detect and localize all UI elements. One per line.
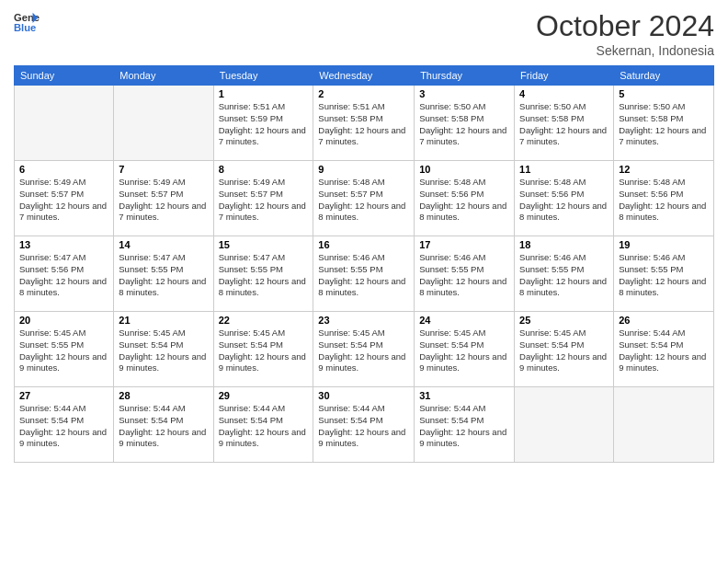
calendar-cell-w5-d4: 30Sunrise: 5:44 AM Sunset: 5:54 PM Dayli… (313, 387, 415, 463)
calendar-table: Sunday Monday Tuesday Wednesday Thursday… (14, 65, 714, 463)
calendar-cell-w2-d3: 8Sunrise: 5:49 AM Sunset: 5:57 PM Daylig… (213, 161, 313, 236)
cell-info: Sunrise: 5:44 AM Sunset: 5:54 PM Dayligh… (619, 327, 709, 374)
calendar-cell-w1-d4: 2Sunrise: 5:51 AM Sunset: 5:58 PM Daylig… (313, 86, 415, 161)
calendar-cell-w4-d1: 20Sunrise: 5:45 AM Sunset: 5:55 PM Dayli… (15, 312, 114, 387)
cell-info: Sunrise: 5:45 AM Sunset: 5:54 PM Dayligh… (318, 327, 409, 374)
day-number: 4 (519, 88, 609, 99)
calendar-cell-w5-d3: 29Sunrise: 5:44 AM Sunset: 5:54 PM Dayli… (213, 387, 313, 463)
col-wednesday: Wednesday (313, 66, 415, 86)
cell-info: Sunrise: 5:50 AM Sunset: 5:58 PM Dayligh… (619, 101, 709, 148)
cell-info: Sunrise: 5:44 AM Sunset: 5:54 PM Dayligh… (318, 403, 409, 450)
col-monday: Monday (114, 66, 213, 86)
calendar-cell-w2-d1: 6Sunrise: 5:49 AM Sunset: 5:57 PM Daylig… (15, 161, 114, 236)
calendar-cell-w3-d1: 13Sunrise: 5:47 AM Sunset: 5:56 PM Dayli… (15, 236, 114, 312)
calendar-cell-w3-d3: 15Sunrise: 5:47 AM Sunset: 5:55 PM Dayli… (213, 236, 313, 312)
day-number: 19 (619, 239, 709, 250)
day-number: 29 (219, 390, 309, 401)
calendar-cell-w1-d1 (15, 86, 114, 161)
day-number: 26 (619, 315, 709, 326)
col-tuesday: Tuesday (213, 66, 313, 86)
cell-info: Sunrise: 5:46 AM Sunset: 5:55 PM Dayligh… (419, 252, 509, 299)
col-thursday: Thursday (415, 66, 515, 86)
cell-info: Sunrise: 5:48 AM Sunset: 5:56 PM Dayligh… (519, 177, 609, 224)
cell-info: Sunrise: 5:46 AM Sunset: 5:55 PM Dayligh… (318, 252, 409, 299)
svg-text:Blue: Blue (14, 22, 36, 33)
day-number: 3 (419, 88, 509, 99)
calendar-cell-w1-d3: 1Sunrise: 5:51 AM Sunset: 5:59 PM Daylig… (213, 86, 313, 161)
calendar-cell-w4-d4: 23Sunrise: 5:45 AM Sunset: 5:54 PM Dayli… (313, 312, 415, 387)
calendar-header-row: Sunday Monday Tuesday Wednesday Thursday… (15, 66, 714, 86)
logo-icon: General Blue (14, 9, 40, 35)
week-row-2: 6Sunrise: 5:49 AM Sunset: 5:57 PM Daylig… (15, 161, 714, 236)
calendar-cell-w5-d2: 28Sunrise: 5:44 AM Sunset: 5:54 PM Dayli… (114, 387, 213, 463)
cell-info: Sunrise: 5:48 AM Sunset: 5:56 PM Dayligh… (419, 177, 509, 224)
cell-info: Sunrise: 5:46 AM Sunset: 5:55 PM Dayligh… (519, 252, 609, 299)
day-number: 31 (419, 390, 509, 401)
day-number: 25 (519, 315, 609, 326)
calendar-cell-w3-d4: 16Sunrise: 5:46 AM Sunset: 5:55 PM Dayli… (313, 236, 415, 312)
calendar-cell-w1-d7: 5Sunrise: 5:50 AM Sunset: 5:58 PM Daylig… (614, 86, 714, 161)
calendar-cell-w3-d2: 14Sunrise: 5:47 AM Sunset: 5:55 PM Dayli… (114, 236, 213, 312)
calendar-cell-w4-d3: 22Sunrise: 5:45 AM Sunset: 5:54 PM Dayli… (213, 312, 313, 387)
day-number: 23 (318, 315, 409, 326)
cell-info: Sunrise: 5:45 AM Sunset: 5:54 PM Dayligh… (519, 327, 609, 374)
cell-info: Sunrise: 5:44 AM Sunset: 5:54 PM Dayligh… (119, 403, 208, 450)
day-number: 17 (419, 239, 509, 250)
col-sunday: Sunday (15, 66, 114, 86)
calendar-cell-w2-d5: 10Sunrise: 5:48 AM Sunset: 5:56 PM Dayli… (415, 161, 515, 236)
page-container: General Blue October 2024 Sekernan, Indo… (0, 0, 728, 563)
cell-info: Sunrise: 5:50 AM Sunset: 5:58 PM Dayligh… (519, 101, 609, 148)
cell-info: Sunrise: 5:47 AM Sunset: 5:55 PM Dayligh… (119, 252, 208, 299)
calendar-cell-w5-d6 (515, 387, 614, 463)
calendar-cell-w1-d2 (114, 86, 213, 161)
calendar-cell-w4-d7: 26Sunrise: 5:44 AM Sunset: 5:54 PM Dayli… (614, 312, 714, 387)
calendar-cell-w2-d7: 12Sunrise: 5:48 AM Sunset: 5:56 PM Dayli… (614, 161, 714, 236)
cell-info: Sunrise: 5:45 AM Sunset: 5:55 PM Dayligh… (19, 327, 108, 374)
calendar-cell-w1-d6: 4Sunrise: 5:50 AM Sunset: 5:58 PM Daylig… (515, 86, 614, 161)
day-number: 21 (119, 315, 208, 326)
day-number: 11 (519, 164, 609, 175)
cell-info: Sunrise: 5:47 AM Sunset: 5:56 PM Dayligh… (19, 252, 108, 299)
cell-info: Sunrise: 5:50 AM Sunset: 5:58 PM Dayligh… (419, 101, 509, 148)
cell-info: Sunrise: 5:46 AM Sunset: 5:55 PM Dayligh… (619, 252, 709, 299)
calendar-cell-w4-d2: 21Sunrise: 5:45 AM Sunset: 5:54 PM Dayli… (114, 312, 213, 387)
cell-info: Sunrise: 5:44 AM Sunset: 5:54 PM Dayligh… (219, 403, 309, 450)
day-number: 27 (19, 390, 108, 401)
day-number: 13 (19, 239, 108, 250)
cell-info: Sunrise: 5:49 AM Sunset: 5:57 PM Dayligh… (19, 177, 108, 224)
calendar-cell-w2-d6: 11Sunrise: 5:48 AM Sunset: 5:56 PM Dayli… (515, 161, 614, 236)
cell-info: Sunrise: 5:48 AM Sunset: 5:56 PM Dayligh… (619, 177, 709, 224)
title-block: October 2024 Sekernan, Indonesia (536, 9, 714, 58)
day-number: 10 (419, 164, 509, 175)
cell-info: Sunrise: 5:45 AM Sunset: 5:54 PM Dayligh… (119, 327, 208, 374)
cell-info: Sunrise: 5:49 AM Sunset: 5:57 PM Dayligh… (119, 177, 208, 224)
day-number: 15 (219, 239, 309, 250)
week-row-5: 27Sunrise: 5:44 AM Sunset: 5:54 PM Dayli… (15, 387, 714, 463)
day-number: 24 (419, 315, 509, 326)
day-number: 1 (219, 88, 309, 99)
calendar-cell-w2-d2: 7Sunrise: 5:49 AM Sunset: 5:57 PM Daylig… (114, 161, 213, 236)
day-number: 22 (219, 315, 309, 326)
calendar-cell-w5-d7 (614, 387, 714, 463)
col-friday: Friday (515, 66, 614, 86)
day-number: 18 (519, 239, 609, 250)
calendar-cell-w5-d5: 31Sunrise: 5:44 AM Sunset: 5:54 PM Dayli… (415, 387, 515, 463)
day-number: 2 (318, 88, 409, 99)
calendar-cell-w2-d4: 9Sunrise: 5:48 AM Sunset: 5:57 PM Daylig… (313, 161, 415, 236)
day-number: 6 (19, 164, 108, 175)
location-subtitle: Sekernan, Indonesia (536, 43, 714, 58)
header: General Blue October 2024 Sekernan, Indo… (14, 9, 714, 58)
cell-info: Sunrise: 5:49 AM Sunset: 5:57 PM Dayligh… (219, 177, 309, 224)
cell-info: Sunrise: 5:45 AM Sunset: 5:54 PM Dayligh… (419, 327, 509, 374)
cell-info: Sunrise: 5:45 AM Sunset: 5:54 PM Dayligh… (219, 327, 309, 374)
cell-info: Sunrise: 5:44 AM Sunset: 5:54 PM Dayligh… (419, 403, 509, 450)
day-number: 8 (219, 164, 309, 175)
cell-info: Sunrise: 5:44 AM Sunset: 5:54 PM Dayligh… (19, 403, 108, 450)
week-row-4: 20Sunrise: 5:45 AM Sunset: 5:55 PM Dayli… (15, 312, 714, 387)
week-row-1: 1Sunrise: 5:51 AM Sunset: 5:59 PM Daylig… (15, 86, 714, 161)
cell-info: Sunrise: 5:47 AM Sunset: 5:55 PM Dayligh… (219, 252, 309, 299)
cell-info: Sunrise: 5:48 AM Sunset: 5:57 PM Dayligh… (318, 177, 409, 224)
logo: General Blue (14, 9, 40, 35)
cell-info: Sunrise: 5:51 AM Sunset: 5:59 PM Dayligh… (219, 101, 309, 148)
day-number: 30 (318, 390, 409, 401)
